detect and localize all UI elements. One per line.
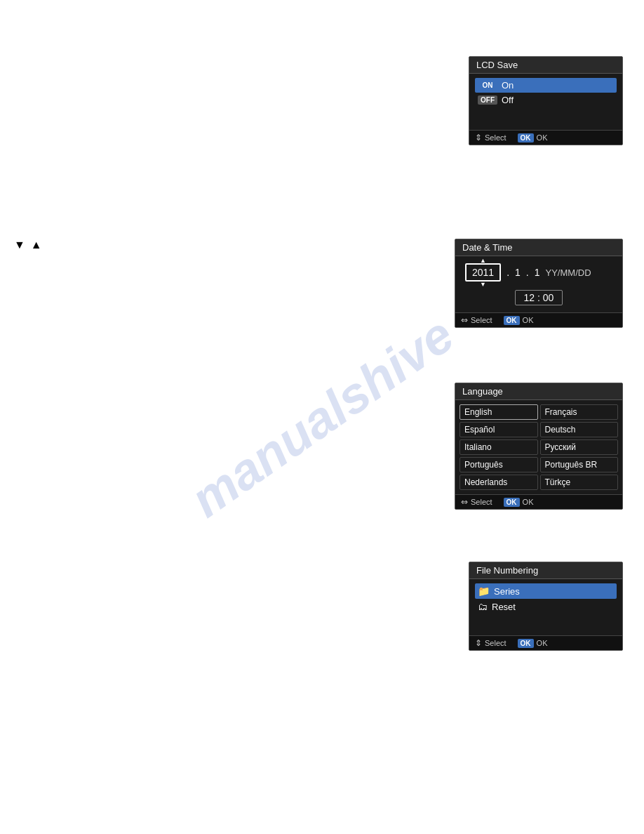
- date-sep2: .: [526, 267, 529, 278]
- time-value: 12 : 00: [515, 290, 563, 305]
- lcd-save-title: LCD Save: [469, 57, 622, 74]
- series-icon: 📁: [478, 585, 490, 597]
- lcd-save-footer: ⇕ Select OK OK: [469, 130, 622, 145]
- file-numbering-panel: File Numbering 📁 Series 🗂 Reset ⇕ Select…: [469, 562, 623, 651]
- lang-deutsch[interactable]: Deutsch: [540, 422, 619, 437]
- off-badge: OFF: [478, 95, 497, 105]
- datetime-footer: ⇔ Select OK OK: [455, 312, 622, 327]
- language-ok-label: OK: [523, 498, 534, 506]
- filenumber-ok-label: OK: [537, 639, 548, 647]
- ok-btn: OK OK: [518, 133, 548, 143]
- language-select-btn: ⇔ Select: [461, 497, 492, 507]
- datetime-ok-label: OK: [523, 316, 534, 324]
- body-arrow-area: ▼ ▲: [14, 239, 330, 251]
- datetime-select-btn: ⇔ Select: [461, 315, 492, 325]
- select-btn: ⇕ Select: [475, 133, 507, 143]
- lang-turkce[interactable]: Türkçe: [540, 475, 619, 490]
- time-row: 12 : 00: [465, 290, 612, 305]
- lang-espanol[interactable]: Español: [459, 422, 538, 437]
- language-ok-badge: OK: [504, 498, 520, 507]
- reset-icon: 🗂: [478, 601, 488, 612]
- language-panel: Language English Français Español Deutsc…: [455, 383, 623, 510]
- year-field[interactable]: ▲ 2011 ▼: [465, 263, 501, 282]
- watermark-text: manualshive: [180, 305, 464, 528]
- datetime-select-arrows-icon: ⇔: [461, 315, 468, 325]
- ok-label: OK: [537, 133, 548, 142]
- lcd-save-panel: LCD Save ON On OFF Off ⇕ Select OK OK: [469, 56, 623, 145]
- lang-francais[interactable]: Français: [540, 404, 619, 420]
- lang-italiano[interactable]: Italiano: [459, 439, 538, 455]
- on-label: On: [502, 80, 514, 91]
- filenumber-select-label: Select: [485, 639, 507, 647]
- reset-option[interactable]: 🗂 Reset: [475, 599, 617, 614]
- lcd-off-option[interactable]: OFF Off: [475, 93, 617, 107]
- lang-russian[interactable]: Русский: [540, 439, 619, 455]
- file-numbering-title: File Numbering: [469, 562, 622, 579]
- datetime-select-label: Select: [471, 316, 492, 324]
- language-select-arrows-icon: ⇔: [461, 497, 468, 507]
- series-label: Series: [494, 586, 520, 597]
- lcd-on-option[interactable]: ON On: [475, 78, 617, 93]
- select-label: Select: [485, 133, 507, 142]
- down-arrow-icon: ▼: [14, 239, 25, 251]
- on-badge: ON: [478, 81, 497, 90]
- lang-portugues[interactable]: Português: [459, 457, 538, 472]
- filenumber-ok-btn: OK OK: [518, 639, 548, 648]
- lcd-save-body: ON On OFF Off: [469, 74, 622, 130]
- file-numbering-footer: ⇕ Select OK OK: [469, 635, 622, 650]
- series-option[interactable]: 📁 Series: [475, 583, 617, 599]
- datetime-ok-badge: OK: [504, 316, 520, 325]
- language-title: Language: [455, 383, 622, 400]
- year-up-arrow: ▲: [480, 257, 486, 264]
- day-value: 1: [535, 267, 540, 278]
- up-arrow-icon: ▲: [31, 239, 42, 251]
- year-down-arrow: ▼: [480, 281, 486, 288]
- language-grid: English Français Español Deutsch Italian…: [455, 400, 622, 494]
- date-row: ▲ 2011 ▼ . 1 . 1 YY/MM/DD: [465, 263, 612, 282]
- filenumber-ok-badge: OK: [518, 639, 534, 648]
- date-format: YY/MM/DD: [546, 267, 591, 278]
- arrow-symbols: ▼ ▲: [14, 239, 330, 251]
- lang-nederlands[interactable]: Nederlands: [459, 475, 538, 490]
- datetime-ok-btn: OK OK: [504, 316, 534, 325]
- ok-badge: OK: [518, 133, 534, 143]
- datetime-title: Date & Time: [455, 239, 622, 256]
- language-footer: ⇔ Select OK OK: [455, 494, 622, 509]
- select-arrows-icon: ⇕: [475, 133, 482, 143]
- datetime-panel: Date & Time ▲ 2011 ▼ . 1 . 1 YY/MM/DD 12…: [455, 239, 623, 328]
- off-label: Off: [502, 95, 514, 105]
- month-value: 1: [515, 267, 521, 278]
- filenumber-select-btn: ⇕ Select: [475, 638, 507, 648]
- year-value: 2011: [472, 267, 494, 278]
- language-ok-btn: OK OK: [504, 498, 534, 507]
- datetime-body: ▲ 2011 ▼ . 1 . 1 YY/MM/DD 12 : 00: [455, 256, 622, 312]
- reset-label: Reset: [492, 602, 516, 612]
- lang-english[interactable]: English: [459, 404, 538, 420]
- date-sep1: .: [507, 267, 509, 278]
- lang-portugues-br[interactable]: Português BR: [540, 457, 619, 472]
- file-numbering-body: 📁 Series 🗂 Reset: [469, 579, 622, 635]
- filenumber-select-arrows-icon: ⇕: [475, 638, 482, 648]
- language-select-label: Select: [471, 498, 492, 506]
